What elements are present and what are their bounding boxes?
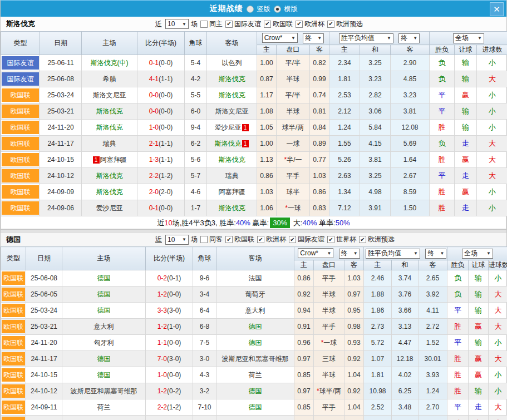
odds-company-select[interactable]: Crow*▼ <box>262 33 298 43</box>
avg-win: 1.86 <box>364 303 392 319</box>
scope-select[interactable]: 全场▼ <box>462 249 493 259</box>
avg-draw: 3.23 <box>360 71 391 87</box>
subcol-odds-away: 客 <box>344 260 364 270</box>
avg-draw: 3.76 <box>392 286 419 303</box>
corner-cell: 5-6 <box>185 152 207 168</box>
home-team-cell: 斯洛文尼亚 <box>82 87 137 103</box>
match-row: 欧国联25-03-24德国3-3(3-0)6-4意大利0.94半球0.951.8… <box>1 303 507 319</box>
result-goals: 大 <box>489 319 507 335</box>
matches-tbody: 国际友谊25-06-11斯洛伐克(中)0-1(0-0)5-4以色列1.00平/半… <box>1 55 507 216</box>
match-date: 24-10-15 <box>40 152 82 168</box>
handicap-cell: 平/半 <box>277 87 310 103</box>
away-team-cell: 斯洛伐克 <box>207 152 257 168</box>
red-card-badge: 1 <box>93 156 100 164</box>
chevron-down-icon: ▼ <box>353 251 358 256</box>
away-team-name: 斯洛伐克 <box>215 140 242 147</box>
score-cell: 2-2(1-2) <box>137 168 185 184</box>
recent-link[interactable]: 近 <box>155 235 162 244</box>
home-team-cell: 德国 <box>62 303 146 319</box>
close-button[interactable]: ✕ <box>490 2 504 16</box>
col-header-score: 比分(半场) <box>137 32 185 55</box>
league-checkbox[interactable]: ✔ <box>289 236 296 243</box>
handicap-cell: *一球 <box>277 200 310 216</box>
avg-type-select[interactable]: 胜平负均值▼ <box>366 249 420 259</box>
avg-lose: 3.93 <box>419 367 447 383</box>
vertical-view-radio[interactable] <box>247 6 254 13</box>
league-checkbox[interactable]: ✔ <box>257 236 264 243</box>
handicap-cell: 平手 <box>314 270 344 286</box>
odds-home: 0.86 <box>257 168 277 184</box>
avg-lose: 5.69 <box>391 136 430 152</box>
odds-home: 0.91 <box>294 319 314 335</box>
away-team-cell: 斯洛文尼亚 <box>207 103 257 120</box>
avg-group-header: 胜平负均值▼ 终▼ <box>329 32 430 45</box>
avg-type-select[interactable]: 胜平负均值▼ <box>339 33 393 43</box>
handicap-cell: 平/半 <box>277 55 310 71</box>
league-checkbox[interactable]: ✔ <box>359 236 366 243</box>
filter-controls: 近10▼场同客✔欧国联✔欧洲杯✔国际友谊✔世界杯✔欧洲预选 <box>155 235 395 245</box>
match-count-select[interactable]: 10▼ <box>165 19 189 29</box>
league-checkbox[interactable]: ✔ <box>296 21 303 28</box>
scope-select[interactable]: 全场▼ <box>453 33 484 43</box>
match-row: 欧国联25-06-05德国1-2(0-0)3-4葡萄牙0.92半球0.971.8… <box>1 286 507 303</box>
league-checkbox[interactable]: ✔ <box>327 21 334 28</box>
score-cell: 0-0(0-0) <box>137 87 185 103</box>
league-checkbox[interactable]: ✔ <box>225 236 233 243</box>
close-icon: ✕ <box>493 4 500 14</box>
subcol-avg-draw: 和 <box>392 260 419 270</box>
halftime-score: (0-0) <box>159 123 173 131</box>
dialog-titlebar: 近期战绩 竖版 横版 ✕ <box>1 0 506 17</box>
horizontal-view-radio[interactable] <box>274 6 281 13</box>
score-cell: 5-0(1-0) <box>146 416 193 420</box>
avg-time-select[interactable]: 终▼ <box>425 249 446 259</box>
avg-time-select[interactable]: 终▼ <box>398 33 420 43</box>
match-count-value: 10 <box>168 20 175 28</box>
league-checkbox[interactable]: ✔ <box>327 236 334 243</box>
subcol-handicap: 盘口 <box>277 45 310 55</box>
result-goals: 小 <box>489 335 507 351</box>
league-checkbox[interactable]: ✔ <box>225 21 233 28</box>
home-team-cell: 瑞典 <box>82 136 137 152</box>
fulltime-score: 0-0 <box>149 107 159 115</box>
recent-link[interactable]: 近 <box>155 19 162 29</box>
match-type-cell: 欧国联 <box>1 286 26 303</box>
vertical-view-label[interactable]: 竖版 <box>257 4 270 14</box>
halftime-score: (1-1) <box>159 75 173 83</box>
result-goals: 大 <box>477 71 507 87</box>
league-checkbox[interactable]: ✔ <box>264 21 271 28</box>
odds-time-select[interactable]: 终▼ <box>339 249 360 259</box>
odds-company-select[interactable]: Crow*▼ <box>298 248 333 258</box>
avg-lose: 3.92 <box>419 286 447 303</box>
league-badge: 欧国联 <box>2 401 25 414</box>
avg-win: 1.81 <box>364 367 392 383</box>
match-row: 欧国联24-09-06爱沙尼亚0-1(0-0)1-7斯洛伐克1.06*一球0.8… <box>1 200 507 216</box>
same-venue-checkbox[interactable] <box>200 21 208 28</box>
result-handicap: 输 <box>469 270 489 286</box>
odds-home: 1.08 <box>257 103 277 120</box>
halftime-score: (3-0) <box>167 307 181 314</box>
handicap-cell: 一球 <box>277 136 310 152</box>
match-count-select[interactable]: 10▼ <box>165 235 189 245</box>
match-type-cell: 欧国联 <box>1 303 26 319</box>
handicap-cell: 半球 <box>314 286 344 303</box>
halftime-score: (0-0) <box>159 91 173 99</box>
corner-cell: 3-0 <box>193 351 216 367</box>
away-team-name: 阿塞拜疆 <box>219 188 245 196</box>
summary-segment: 10 <box>164 219 172 227</box>
odds-away: 0.99 <box>310 71 329 87</box>
handicap-name: 半球 <box>322 371 336 379</box>
away-team-name: 斯洛伐克 <box>219 156 245 164</box>
odds-time-select[interactable]: 终▼ <box>303 33 324 43</box>
result-goals: 小 <box>489 367 507 383</box>
same-venue-checkbox[interactable] <box>200 236 208 243</box>
match-date: 24-09-11 <box>26 399 62 416</box>
horizontal-view-label[interactable]: 横版 <box>284 4 298 14</box>
subcol-avg-lose: 客 <box>391 45 430 55</box>
fulltime-score: 1-0 <box>149 123 159 131</box>
halftime-score: (2-0) <box>159 188 173 196</box>
avg-draw: 2.82 <box>360 87 391 103</box>
chevron-down-icon: ▼ <box>317 36 322 41</box>
avg-draw: 4.15 <box>360 136 391 152</box>
league-badge: 欧国联 <box>2 121 39 134</box>
away-team-name: 波斯尼亚和黑塞哥维那 <box>222 355 289 363</box>
